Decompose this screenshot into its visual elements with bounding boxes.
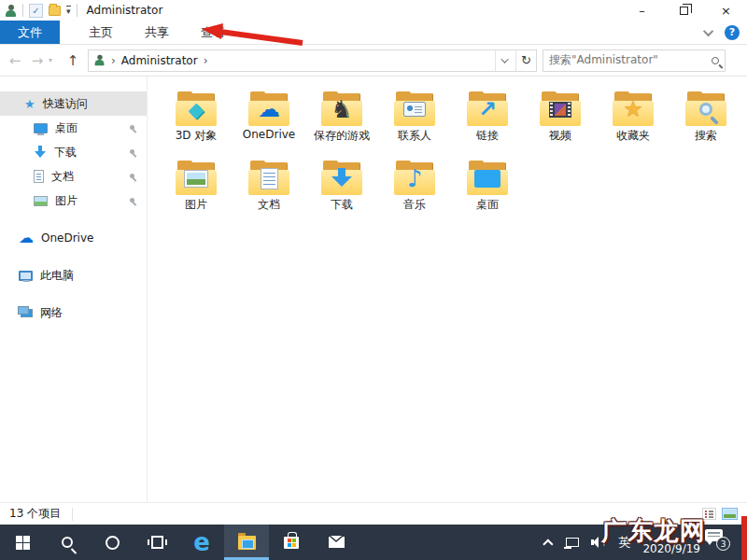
restore-button[interactable]: [663, 0, 705, 21]
annotation-arrow-icon: [202, 22, 306, 49]
videos-folder-icon: [539, 91, 582, 127]
close-button[interactable]: ×: [705, 0, 747, 21]
sidebar-item-label: 图片: [55, 193, 78, 209]
cortana-circle-icon: [106, 536, 120, 550]
file-item-links[interactable]: ↗ 链接: [451, 91, 524, 159]
breadcrumb-separator-icon[interactable]: ›: [204, 54, 208, 67]
sidebar-item-network[interactable]: 网络: [0, 301, 147, 325]
large-icons-view-icon[interactable]: [722, 508, 738, 520]
help-icon[interactable]: ?: [725, 25, 740, 40]
edge-button[interactable]: e: [179, 525, 224, 560]
items-count: 13 个项目: [9, 506, 61, 522]
sidebar-item-label: 下载: [54, 145, 77, 161]
sidebar-item-this-pc[interactable]: 此电脑: [0, 263, 147, 287]
3d-objects-folder-icon: ◆: [175, 91, 218, 127]
watermark-text: 广东龙网: [601, 514, 706, 548]
file-item-favorites[interactable]: ★ 收藏夹: [597, 91, 669, 159]
user-icon: [94, 55, 106, 66]
windows-logo-icon: [16, 536, 30, 550]
links-folder-icon: ↗: [466, 91, 509, 127]
forward-button[interactable]: →: [26, 52, 49, 69]
desktop-icon: [34, 123, 48, 133]
favorites-folder-icon: ★: [612, 91, 655, 127]
edge-icon: e: [193, 530, 210, 554]
divider: [22, 4, 23, 17]
downloads-folder-icon: [320, 161, 363, 196]
user-folder-icon: [5, 5, 17, 17]
address-dropdown-icon[interactable]: [495, 50, 515, 71]
search-input[interactable]: 搜索"Administrator": [543, 49, 726, 72]
taskbar-search-button[interactable]: [45, 525, 90, 560]
breadcrumb: › Administrator ›: [89, 50, 495, 71]
documents-icon: [34, 170, 44, 183]
properties-icon[interactable]: ✓: [29, 4, 43, 18]
downloads-icon: [34, 146, 47, 159]
this-pc-icon: [19, 271, 33, 281]
file-item-contacts[interactable]: 联系人: [378, 91, 451, 159]
sidebar-item-label: 网络: [40, 305, 63, 321]
breadcrumb-item[interactable]: Administrator: [121, 54, 198, 67]
sidebar-item-documents[interactable]: 文档: [0, 164, 147, 189]
watermark-red-strip: [741, 516, 747, 560]
expand-ribbon-icon[interactable]: [703, 25, 713, 35]
back-button[interactable]: ←: [4, 52, 26, 69]
up-button[interactable]: ↑: [62, 52, 84, 69]
divider: [77, 4, 78, 17]
pin-icon: [129, 197, 137, 205]
mail-button[interactable]: [314, 525, 359, 560]
file-item-3d-objects[interactable]: ◆ 3D 对象: [160, 91, 233, 159]
quick-access-toolbar: ✓ ▾ Administrator: [0, 0, 162, 21]
pin-icon: [129, 148, 137, 157]
cortana-button[interactable]: [90, 525, 134, 560]
file-item-desktop[interactable]: 桌面: [451, 161, 524, 228]
file-item-videos[interactable]: 视频: [524, 91, 597, 159]
address-bar[interactable]: › Administrator › ↻: [88, 49, 537, 72]
sidebar-item-pictures[interactable]: 图片: [0, 189, 147, 213]
file-item-pictures[interactable]: 图片: [160, 161, 233, 228]
file-item-documents[interactable]: 文档: [233, 161, 305, 228]
file-explorer-button[interactable]: [224, 525, 269, 560]
quick-access-star-icon: ★: [24, 97, 35, 111]
microsoft-store-icon: [284, 537, 299, 549]
sidebar-item-label: 快速访问: [43, 96, 88, 112]
window-title: Administrator: [87, 4, 163, 17]
customize-toolbar-dropdown-icon[interactable]: ▾: [66, 6, 71, 15]
sidebar-item-quick-access[interactable]: ★ 快速访问: [0, 91, 147, 116]
tab-share[interactable]: 共享: [129, 21, 185, 44]
file-item-onedrive[interactable]: ☁ OneDrive: [233, 91, 305, 159]
recent-locations-dropdown-icon[interactable]: ▾: [49, 56, 62, 64]
navigation-pane: ★ 快速访问 桌面 下载 文档: [0, 77, 148, 502]
pictures-folder-icon: [175, 161, 218, 196]
navigation-bar: ← → ▾ ↑ › Administrator › ↻ 搜索"Administr…: [0, 45, 747, 77]
window-controls: – ×: [621, 0, 747, 21]
music-folder-icon: ♪: [393, 161, 436, 196]
start-button[interactable]: [0, 525, 45, 560]
saved-games-folder-icon: ♞: [320, 91, 363, 127]
file-explorer-icon: [238, 536, 256, 550]
divider: [72, 508, 73, 521]
network-tray-icon[interactable]: [566, 538, 579, 547]
refresh-icon[interactable]: ↻: [515, 50, 536, 71]
searches-folder-icon: [684, 91, 727, 127]
task-view-icon: [151, 536, 163, 549]
sidebar-item-label: OneDrive: [41, 231, 93, 245]
sidebar-item-downloads[interactable]: 下载: [0, 140, 147, 164]
sidebar-item-onedrive[interactable]: ☁ OneDrive: [0, 226, 147, 250]
tab-file[interactable]: 文件: [0, 21, 60, 44]
file-item-music[interactable]: ♪ 音乐: [378, 161, 451, 228]
file-item-searches[interactable]: 搜索: [669, 91, 742, 159]
onedrive-cloud-icon: ☁: [19, 231, 34, 245]
network-icon: [21, 309, 33, 317]
file-item-saved-games[interactable]: ♞ 保存的游戏: [305, 91, 378, 159]
contacts-folder-icon: [393, 91, 436, 127]
desktop-folder-icon: [466, 161, 509, 196]
file-item-downloads[interactable]: 下载: [305, 161, 378, 228]
task-view-button[interactable]: [134, 525, 179, 560]
minimize-button[interactable]: –: [621, 0, 663, 21]
sidebar-item-desktop[interactable]: 桌面: [0, 116, 147, 140]
search-icon: [62, 537, 73, 548]
file-explorer-window: ✓ ▾ Administrator – × 文件 主页 共享 查看 ?: [0, 0, 747, 525]
tab-home[interactable]: 主页: [73, 21, 129, 44]
new-folder-icon[interactable]: [49, 6, 61, 16]
store-button[interactable]: [269, 525, 314, 560]
